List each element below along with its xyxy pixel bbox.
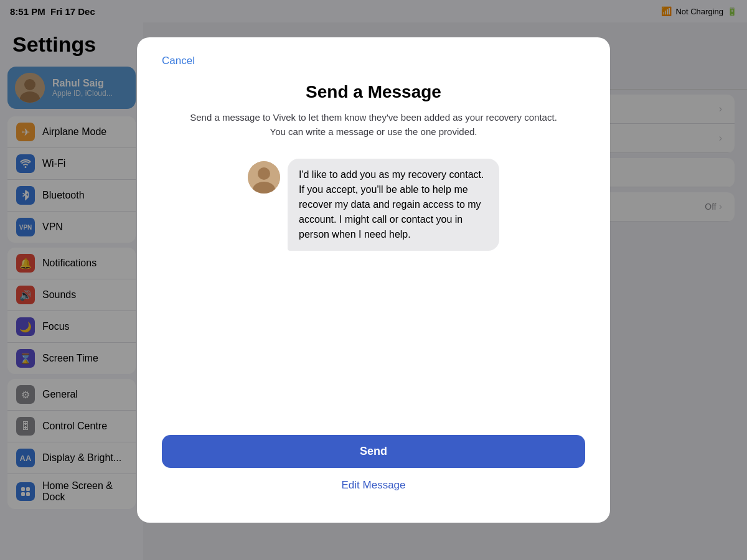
modal: Cancel Send a Message Send a message to … (137, 37, 610, 523)
sender-avatar (248, 161, 280, 194)
modal-subtitle: Send a message to Vivek to let them know… (162, 111, 585, 139)
cancel-button[interactable]: Cancel (162, 55, 195, 67)
send-button[interactable]: Send (162, 435, 585, 468)
message-area: I'd like to add you as my recovery conta… (162, 139, 585, 415)
modal-title: Send a Message (162, 82, 585, 102)
message-text: I'd like to add you as my recovery conta… (299, 169, 484, 240)
message-bubble: I'd like to add you as my recovery conta… (288, 159, 499, 251)
modal-actions: Send Edit Message (162, 435, 585, 500)
overlay: Cancel Send a Message Send a message to … (0, 0, 747, 560)
svg-point-12 (258, 167, 270, 180)
edit-message-button[interactable]: Edit Message (162, 470, 585, 500)
